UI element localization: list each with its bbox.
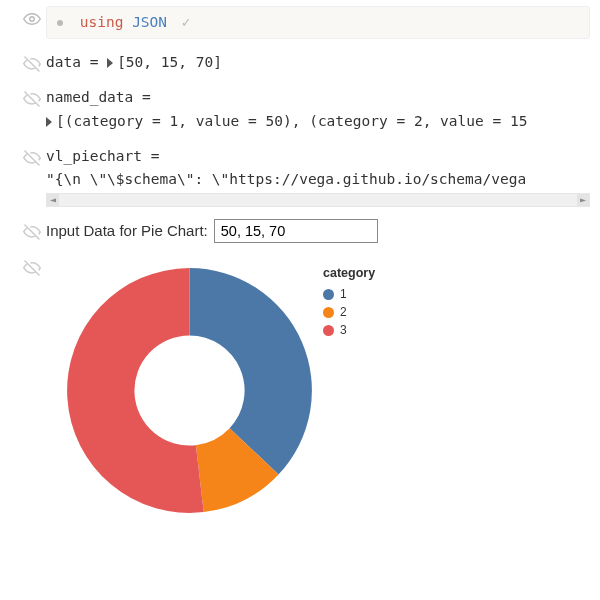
named-data-value: [(category = 1, value = 50), (category =… [56, 113, 527, 129]
cell-using: using JSON ✓ [0, 0, 600, 45]
legend-swatch [323, 289, 334, 300]
scroll-right-icon[interactable]: ► [577, 194, 589, 206]
code-box-using[interactable]: using JSON ✓ [46, 6, 590, 39]
legend: category 123 [317, 263, 590, 339]
using-keyword: using [80, 14, 124, 30]
cell-named-data: named_data = [(category = 1, value = 50)… [0, 80, 600, 138]
eye-closed-icon[interactable] [18, 145, 46, 167]
input-label: Input Data for Pie Chart: [46, 219, 208, 243]
var-named-data: named_data [46, 89, 133, 105]
pie-data-input[interactable] [214, 219, 378, 243]
bullet-icon [57, 20, 63, 26]
pie-slice-3 [67, 268, 204, 513]
cell-vl-piechart: vl_piechart = "{\n \"\$schema\": \"https… [0, 139, 600, 213]
eye-open-icon[interactable] [18, 6, 46, 28]
var-data: data [46, 54, 81, 70]
svg-point-0 [30, 17, 35, 22]
var-vl-piechart: vl_piechart [46, 148, 142, 164]
legend-swatch [323, 307, 334, 318]
legend-label: 1 [340, 285, 347, 303]
pie-chart: category 123 [46, 255, 590, 526]
legend-item: 3 [323, 321, 590, 339]
cell-input-widget: Input Data for Pie Chart: [0, 213, 600, 249]
cell-chart: category 123 [0, 249, 600, 532]
check-icon: ✓ [182, 14, 191, 30]
legend-label: 2 [340, 303, 347, 321]
expand-icon[interactable] [107, 58, 113, 68]
eye-closed-icon[interactable] [18, 255, 46, 277]
legend-swatch [323, 325, 334, 336]
horizontal-scrollbar[interactable]: ◄ ► [46, 193, 590, 207]
using-identifier: JSON [132, 14, 167, 30]
eye-closed-icon[interactable] [18, 219, 46, 241]
legend-label: 3 [340, 321, 347, 339]
legend-title: category [323, 263, 590, 283]
scroll-left-icon[interactable]: ◄ [47, 194, 59, 206]
data-value: [50, 15, 70] [117, 54, 222, 70]
cell-data: data = [50, 15, 70] [0, 45, 600, 80]
expand-icon[interactable] [46, 117, 52, 127]
eye-closed-icon[interactable] [18, 86, 46, 108]
vl-piechart-value: "{\n \"\$schema\": \"https://vega.github… [46, 168, 590, 191]
legend-item: 2 [323, 303, 590, 321]
eye-closed-icon[interactable] [18, 51, 46, 73]
donut-svg [62, 263, 317, 518]
legend-item: 1 [323, 285, 590, 303]
